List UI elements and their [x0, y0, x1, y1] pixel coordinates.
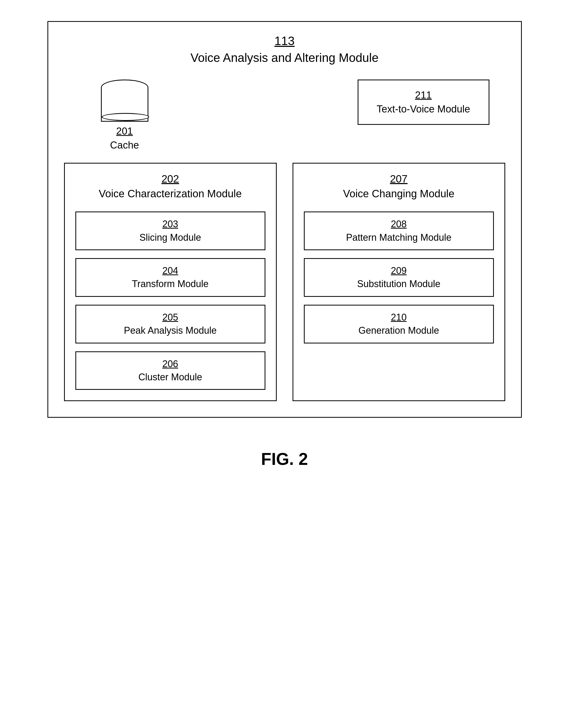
voice-char-box: 202 Voice Characterization Module 203 Sl… [64, 163, 277, 401]
module-203: 203 Slicing Module [75, 211, 265, 250]
ttv-text: Text-to-Voice Module [377, 104, 470, 115]
main-box: 113 Voice Analysis and Altering Module 2… [47, 21, 522, 418]
module-210-label: Generation Module [359, 325, 439, 336]
module-204: 204 Transform Module [75, 258, 265, 297]
module-204-ref: 204 [81, 264, 259, 277]
ttv-label: 211 Text-to-Voice Module [364, 88, 483, 116]
module-203-label: Slicing Module [139, 232, 201, 243]
module-203-ref: 203 [81, 218, 259, 231]
module-208: 208 Pattern Matching Module [304, 211, 494, 250]
module-209-label: Substitution Module [357, 278, 440, 289]
cache-text: Cache [110, 140, 139, 151]
voice-char-title: 202 Voice Characterization Module [75, 171, 265, 201]
module-206-ref: 206 [81, 357, 259, 371]
module-206: 206 Cluster Module [75, 351, 265, 390]
bottom-section: 202 Voice Characterization Module 203 Sl… [64, 163, 505, 401]
module-206-label: Cluster Module [138, 372, 202, 382]
module-208-label: Pattern Matching Module [346, 232, 452, 243]
voice-change-label: Voice Changing Module [343, 188, 455, 199]
ttv-box: 211 Text-to-Voice Module [358, 80, 489, 125]
cache-area: 201 Cache [80, 80, 169, 152]
voice-change-box: 207 Voice Changing Module 208 Pattern Ma… [293, 163, 505, 401]
module-210-ref: 210 [310, 311, 488, 324]
ttv-ref: 211 [364, 88, 483, 102]
main-title: 113 Voice Analysis and Altering Module [64, 32, 505, 66]
diagram-container: 113 Voice Analysis and Altering Module 2… [34, 21, 535, 469]
module-205-ref: 205 [81, 311, 259, 324]
cache-cylinder [101, 80, 148, 122]
voice-change-title: 207 Voice Changing Module [304, 171, 494, 201]
voice-char-label: Voice Characterization Module [99, 188, 242, 199]
module-205: 205 Peak Analysis Module [75, 305, 265, 343]
cache-label: 201 Cache [110, 124, 139, 152]
module-205-label: Peak Analysis Module [124, 325, 217, 336]
cylinder-bottom-ellipse [102, 113, 149, 121]
module-210: 210 Generation Module [304, 305, 494, 343]
module-208-ref: 208 [310, 218, 488, 231]
cache-ref: 201 [110, 124, 139, 138]
cylinder-body [101, 87, 148, 122]
module-209: 209 Substitution Module [304, 258, 494, 297]
module-204-label: Transform Module [132, 278, 209, 289]
main-label: Voice Analysis and Altering Module [190, 51, 379, 65]
voice-char-ref: 202 [75, 171, 265, 186]
voice-change-ref: 207 [304, 171, 494, 186]
top-section: 201 Cache 211 Text-to-Voice Module [64, 80, 505, 152]
figure-caption: FIG. 2 [261, 449, 308, 469]
main-ref: 113 [64, 32, 505, 49]
module-209-ref: 209 [310, 264, 488, 277]
